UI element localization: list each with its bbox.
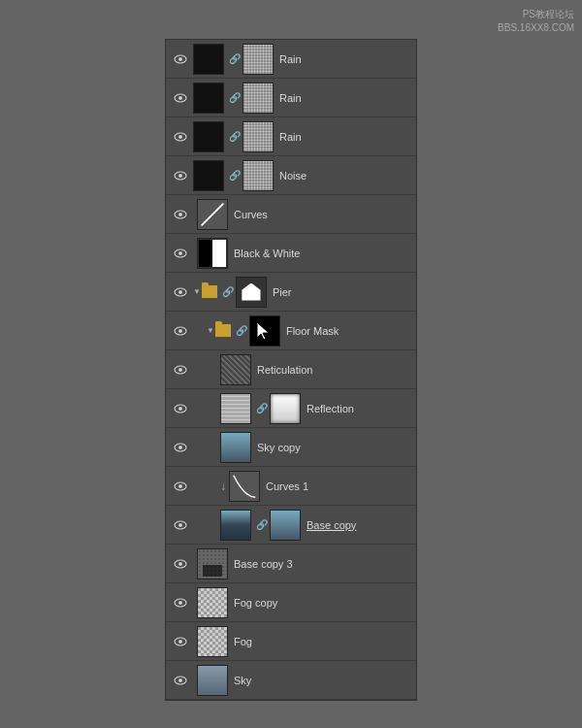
watermark: PS教程论坛 BBS.16XX8.COM <box>498 8 574 35</box>
layer-name: Black & White <box>234 248 300 259</box>
folder-icon <box>215 324 231 337</box>
svg-point-13 <box>178 251 182 255</box>
visibility-toggle[interactable] <box>172 89 189 107</box>
layer-row[interactable]: 🔗 Noise <box>166 156 416 195</box>
layer-row[interactable]: 🔗 Reflection <box>166 389 416 428</box>
svg-point-29 <box>178 523 182 527</box>
visibility-toggle[interactable] <box>172 361 189 379</box>
svg-point-22 <box>178 407 182 411</box>
layer-thumb-adjustment <box>197 199 228 230</box>
layer-thumb-mask <box>242 83 274 114</box>
svg-point-37 <box>178 678 182 682</box>
link-icon: 🔗 <box>229 168 241 183</box>
layer-thumb-main <box>236 277 267 308</box>
svg-point-33 <box>178 601 182 605</box>
layer-thumb-main <box>220 393 251 424</box>
layer-row[interactable]: 🔗 Rain <box>166 117 416 156</box>
layer-name: Fog copy <box>234 597 277 609</box>
layer-row[interactable]: 🔗 Base copy <box>166 506 416 545</box>
layer-row[interactable]: Base copy 3 <box>166 545 416 583</box>
layer-thumb-mask <box>242 121 274 152</box>
layer-name: Rain <box>279 131 302 143</box>
svg-point-31 <box>178 562 182 566</box>
layer-row[interactable]: Fog <box>166 622 416 661</box>
link-icon: 🔗 <box>256 401 268 416</box>
layer-name: Sky copy <box>257 442 301 453</box>
visibility-toggle[interactable] <box>172 400 189 417</box>
svg-point-17 <box>178 329 182 333</box>
visibility-toggle[interactable] <box>172 478 189 495</box>
visibility-toggle[interactable] <box>172 594 189 612</box>
layer-name: Base copy 3 <box>234 558 293 570</box>
link-icon: 🔗 <box>236 323 247 339</box>
layer-row[interactable]: ▼ 🔗 Floor Mask <box>166 312 416 350</box>
link-icon: 🔗 <box>229 90 241 106</box>
visibility-toggle[interactable] <box>172 50 189 68</box>
layer-thumb-mask <box>242 160 274 191</box>
svg-point-35 <box>178 640 182 644</box>
clipping-icon: ↓ <box>220 480 226 493</box>
folder-icon <box>202 285 217 298</box>
svg-point-7 <box>178 174 182 178</box>
visibility-toggle[interactable] <box>172 245 189 262</box>
layer-row[interactable]: Sky copy <box>166 428 416 467</box>
layer-row[interactable]: ▼ 🔗 Pier <box>166 273 416 312</box>
layer-thumb-main <box>249 315 280 347</box>
layer-row[interactable]: Curves <box>166 195 416 234</box>
layer-thumb-main <box>197 665 228 696</box>
svg-point-1 <box>178 57 182 61</box>
layer-name: Fog <box>234 636 252 647</box>
layer-name: Curves 1 <box>266 480 308 492</box>
layer-name: Reticulation <box>257 364 312 376</box>
collapse-arrow[interactable]: ▼ <box>193 287 201 296</box>
layer-row[interactable]: Reticulation <box>166 350 416 389</box>
visibility-toggle[interactable] <box>172 206 189 223</box>
layer-row[interactable]: ↓ Curves 1 <box>166 467 416 506</box>
layer-row[interactable]: Black & White <box>166 234 416 273</box>
svg-point-24 <box>178 446 182 449</box>
layer-thumb-adjustment <box>229 471 260 502</box>
link-icon: 🔗 <box>229 51 241 67</box>
svg-point-15 <box>178 290 182 294</box>
visibility-toggle[interactable] <box>172 672 189 689</box>
layer-name: Base copy <box>307 519 356 531</box>
svg-point-5 <box>178 135 182 139</box>
layer-row[interactable]: Sky <box>166 661 416 700</box>
layer-thumb-main <box>197 548 228 579</box>
layer-name: Noise <box>279 170 307 182</box>
visibility-toggle[interactable] <box>172 516 189 534</box>
layer-row[interactable]: 🔗 Rain <box>166 79 416 117</box>
visibility-toggle[interactable] <box>172 283 189 301</box>
layer-name: Sky <box>234 675 251 686</box>
layer-row[interactable]: 🔗 Rain <box>166 40 416 79</box>
layer-thumb-main <box>220 432 251 463</box>
layer-thumb-main <box>193 160 224 191</box>
visibility-toggle[interactable] <box>172 322 189 340</box>
layer-thumb-main <box>197 626 228 657</box>
layer-thumb-main <box>193 121 224 152</box>
layer-thumb-main <box>220 510 251 541</box>
layer-row[interactable]: Fog copy <box>166 583 416 622</box>
svg-point-9 <box>178 213 182 216</box>
layer-name: Pier <box>273 286 292 298</box>
link-icon: 🔗 <box>256 517 268 533</box>
visibility-toggle[interactable] <box>172 633 189 650</box>
svg-point-26 <box>178 484 182 488</box>
collapse-arrow[interactable]: ▼ <box>207 326 214 335</box>
visibility-toggle[interactable] <box>172 167 189 184</box>
visibility-toggle[interactable] <box>172 439 189 456</box>
layer-thumb-mask <box>242 44 274 75</box>
link-icon: 🔗 <box>229 129 241 145</box>
layer-name: Curves <box>234 209 268 220</box>
layer-thumb-mask <box>270 393 301 424</box>
layer-name: Reflection <box>307 403 354 414</box>
visibility-toggle[interactable] <box>172 128 189 146</box>
layer-thumb-main <box>193 83 224 114</box>
visibility-toggle[interactable] <box>172 555 189 573</box>
svg-point-3 <box>178 96 182 100</box>
layer-thumb-main <box>197 587 228 618</box>
svg-point-20 <box>178 368 182 372</box>
layer-name: Rain <box>279 92 302 104</box>
layer-thumb-main <box>220 354 251 385</box>
layer-name: Floor Mask <box>286 325 339 337</box>
